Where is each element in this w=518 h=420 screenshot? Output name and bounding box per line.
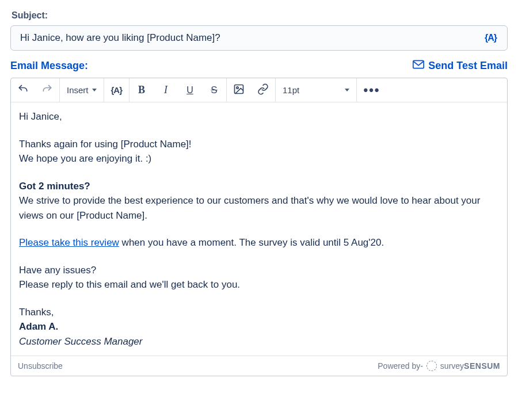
insert-token-toolbar-button[interactable]: {A}: [104, 78, 130, 102]
chevron-down-icon: [345, 89, 349, 91]
insert-image-button[interactable]: [227, 78, 251, 102]
svg-rect-0: [413, 60, 424, 68]
editor-toolbar: Insert {A} B I U S: [11, 78, 507, 102]
link-icon: [257, 83, 269, 97]
body-paragraph: We strive to provide the best experience…: [19, 193, 499, 223]
image-icon: [233, 83, 245, 97]
underline-button[interactable]: U: [178, 78, 202, 102]
subject-field-container: {A}: [10, 25, 508, 51]
send-test-email-label: Send Test Email: [428, 60, 508, 72]
powered-by-label: Powered by-: [378, 361, 423, 371]
body-signoff: Thanks,: [19, 305, 499, 320]
subject-label: Subject:: [12, 10, 508, 21]
body-text: when you have a moment. The survey is va…: [119, 237, 384, 248]
font-size-label: 11pt: [283, 85, 299, 95]
body-sender-title: Customer Success Manager: [19, 336, 142, 347]
undo-button[interactable]: [11, 78, 35, 102]
body-line: We hope you are enjoying it. :): [19, 151, 499, 166]
font-size-dropdown[interactable]: 11pt: [276, 85, 356, 95]
body-subheading: Got 2 minutes?: [19, 181, 90, 192]
editor-footer: Unsubscribe Powered by- surveySENSUM: [11, 356, 507, 376]
body-line: Please reply to this email and we'll get…: [19, 277, 499, 292]
undo-icon: [17, 83, 29, 97]
unsubscribe-link[interactable]: Unsubscribe: [18, 361, 63, 371]
body-line: Thanks again for using [Product Name]!: [19, 137, 499, 152]
email-message-label: Email Message:: [10, 60, 88, 72]
review-link[interactable]: Please take this review: [19, 237, 119, 248]
body-paragraph: Please take this review when you have a …: [19, 235, 499, 250]
brand-logo-icon: [426, 361, 437, 371]
bold-button[interactable]: B: [130, 78, 154, 102]
insert-link-button[interactable]: [251, 78, 275, 102]
insert-token-button[interactable]: {A}: [482, 33, 499, 43]
redo-button[interactable]: [35, 78, 59, 102]
email-body[interactable]: Hi Janice, Thanks again for using [Produ…: [11, 102, 507, 356]
body-sender-name: Adam A.: [19, 321, 58, 332]
subject-input[interactable]: [19, 32, 482, 44]
chevron-down-icon: [92, 89, 97, 91]
svg-point-2: [237, 86, 238, 88]
strikethrough-button[interactable]: S: [202, 78, 226, 102]
redo-icon: [41, 83, 53, 97]
italic-button[interactable]: I: [154, 78, 178, 102]
body-greeting: Hi Janice,: [19, 109, 499, 124]
envelope-icon: [413, 60, 424, 72]
brand-name: surveySENSUM: [440, 361, 500, 371]
powered-by: Powered by- surveySENSUM: [378, 361, 500, 371]
insert-dropdown[interactable]: Insert: [60, 85, 104, 95]
email-editor: Insert {A} B I U S: [10, 78, 508, 376]
send-test-email-button[interactable]: Send Test Email: [413, 60, 508, 72]
insert-label: Insert: [67, 85, 89, 95]
body-line: Have any issues?: [19, 263, 499, 278]
more-options-button[interactable]: •••: [357, 78, 387, 102]
